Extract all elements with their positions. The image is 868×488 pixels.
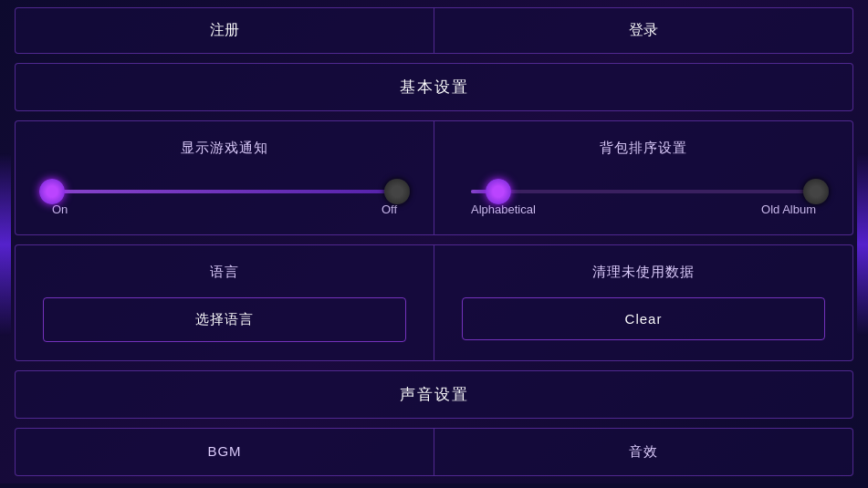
register-button[interactable]: 注册 — [16, 8, 434, 53]
backpack-col: 背包排序设置 Alphabetical Old Album — [434, 121, 852, 234]
backpack-thumb-album[interactable] — [803, 179, 829, 204]
clear-col: 清理未使用数据 Clear — [434, 245, 852, 360]
left-glow — [0, 153, 11, 336]
right-glow — [857, 153, 868, 336]
notification-slider-container: On Off — [43, 173, 406, 216]
notification-thumb-on[interactable] — [39, 179, 65, 204]
select-language-button[interactable]: 选择语言 — [43, 297, 406, 342]
notification-slider-track — [52, 190, 397, 193]
sfx-col: 音效 — [434, 429, 852, 475]
notification-slider-fill — [52, 190, 397, 193]
sound-settings-title: 声音设置 — [15, 370, 853, 419]
bgm-col: BGM — [16, 429, 434, 475]
backpack-label-album: Old Album — [761, 202, 816, 216]
sfx-title: 音效 — [462, 443, 825, 461]
backpack-thumb-alpha[interactable] — [486, 179, 511, 204]
backpack-slider-track — [471, 190, 816, 193]
basic-settings-title: 基本设置 — [15, 63, 853, 111]
login-button[interactable]: 登录 — [434, 8, 852, 53]
sliders-row: 显示游戏通知 On Off 背包排序设置 — [15, 120, 853, 235]
auth-section: 注册 登录 — [15, 7, 853, 54]
sound-row: BGM 音效 — [15, 428, 853, 476]
language-col: 语言 选择语言 — [16, 245, 434, 360]
notification-label-off: Off — [382, 202, 397, 216]
backpack-title: 背包排序设置 — [462, 140, 825, 157]
language-title: 语言 — [43, 264, 406, 281]
bgm-title: BGM — [43, 443, 406, 459]
clear-button[interactable]: Clear — [462, 297, 825, 340]
page-wrapper: 注册 登录 基本设置 显示游戏通知 On Off — [0, 0, 868, 483]
backpack-labels: Alphabetical Old Album — [471, 202, 816, 216]
notification-thumb-off[interactable] — [384, 179, 410, 204]
lang-clear-row: 语言 选择语言 清理未使用数据 Clear — [15, 244, 853, 361]
notification-col: 显示游戏通知 On Off — [16, 121, 434, 234]
notification-labels: On Off — [52, 202, 397, 216]
notification-title: 显示游戏通知 — [43, 140, 406, 157]
backpack-slider-container: Alphabetical Old Album — [462, 173, 825, 216]
notification-label-on: On — [52, 202, 68, 216]
clear-title: 清理未使用数据 — [462, 264, 825, 281]
backpack-label-alpha: Alphabetical — [471, 202, 536, 216]
